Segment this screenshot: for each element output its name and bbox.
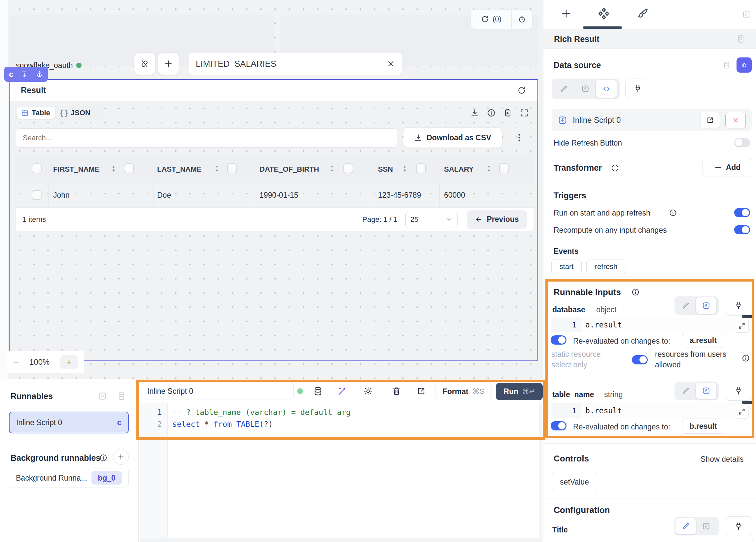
tab-table[interactable]: Table	[17, 107, 55, 119]
setvalue-control-pill[interactable]: setValue	[552, 473, 597, 491]
download-icon[interactable]	[470, 108, 479, 118]
fullscreen-icon[interactable]	[520, 108, 529, 118]
database-value-editor[interactable]: 1 a.result	[551, 318, 753, 332]
column-header[interactable]: DATE_OF_BIRTH	[259, 165, 319, 174]
format-button[interactable]: Format ⌘S	[435, 383, 492, 400]
title-input-partial[interactable]	[551, 539, 753, 542]
column-checkbox[interactable]	[499, 163, 509, 173]
move-down-icon[interactable]	[20, 70, 28, 78]
mini-scrollbar[interactable]	[742, 315, 753, 318]
column-header[interactable]: FIRST_NAME	[53, 165, 100, 174]
ai-wand-icon[interactable]	[337, 386, 347, 396]
unlink-button[interactable]	[134, 53, 155, 75]
sql-code-line[interactable]: select * from TABLE(?)	[172, 420, 273, 428]
runnable-item-selected[interactable]: Inline Script 0 c	[9, 412, 129, 433]
editor-name-input-wrap[interactable]	[142, 383, 293, 399]
collapse-panel-icon[interactable]	[742, 10, 751, 19]
fx-mode-button[interactable]	[696, 522, 716, 530]
select-all-checkbox[interactable]	[32, 163, 42, 173]
static-mode-button[interactable]	[675, 518, 696, 534]
column-checkbox[interactable]	[227, 163, 237, 173]
remove-script-button[interactable]	[725, 112, 746, 128]
download-csv-button[interactable]: Download as CSV	[403, 128, 502, 148]
previous-page-button[interactable]: Previous	[467, 210, 527, 229]
static-mode-button[interactable]	[675, 387, 696, 395]
info-icon[interactable]	[669, 209, 677, 217]
run-button[interactable]: Run ⌘↵	[496, 383, 543, 400]
hide-refresh-toggle[interactable]	[734, 138, 750, 147]
zoom-in-button[interactable]: +	[60, 355, 78, 369]
table-search[interactable]	[16, 128, 397, 148]
column-header[interactable]: LAST_NAME	[157, 165, 201, 174]
info-icon[interactable]	[611, 164, 619, 172]
tab-json[interactable]: { } JSON	[56, 107, 94, 119]
event-start-pill[interactable]: start	[551, 259, 582, 274]
delete-trash-icon[interactable]	[392, 386, 401, 396]
database-reeval-toggle[interactable]	[551, 335, 567, 345]
fx-mode-button[interactable]	[696, 383, 716, 399]
table-menu-kebab-icon[interactable]	[514, 133, 524, 143]
open-script-button[interactable]	[700, 112, 720, 128]
info-icon[interactable]	[631, 288, 640, 296]
sort-icon[interactable]	[401, 165, 409, 173]
resources-from-users-toggle[interactable]	[632, 355, 648, 364]
fx-mode-button[interactable]	[575, 85, 596, 93]
history-button[interactable]	[512, 15, 532, 23]
zoom-out-button[interactable]: −	[13, 356, 19, 368]
sort-icon[interactable]	[485, 165, 493, 173]
static-mode-button[interactable]	[553, 85, 575, 93]
info-icon[interactable]	[741, 354, 750, 362]
static-mode-button[interactable]	[675, 301, 696, 310]
sort-icon[interactable]	[110, 165, 118, 173]
sql-comment-line[interactable]: -- ? table_name (varchar) = default arg	[172, 408, 351, 417]
sort-icon[interactable]	[213, 165, 221, 173]
table-name-value-editor[interactable]: 1 b.result	[551, 403, 753, 418]
recompute-toggle[interactable]	[734, 225, 750, 234]
table-name-dep-pill[interactable]: b.result	[682, 419, 724, 434]
editor-hscrollbar[interactable]	[140, 538, 540, 542]
column-checkbox[interactable]	[416, 163, 426, 173]
column-header[interactable]: SALARY	[444, 165, 474, 174]
sort-icon[interactable]	[328, 165, 336, 173]
mini-scrollbar[interactable]	[742, 401, 753, 404]
docs-icon[interactable]	[722, 61, 731, 69]
search-input[interactable]	[16, 128, 397, 148]
fx-mode-button[interactable]	[696, 297, 716, 314]
clear-icon[interactable]	[387, 59, 395, 68]
title-connect-button[interactable]	[725, 516, 752, 536]
settings-gear-icon[interactable]	[363, 386, 373, 396]
components-tab-icon[interactable]	[597, 7, 611, 20]
row-checkbox[interactable]	[32, 190, 42, 200]
anchor-icon[interactable]	[36, 70, 43, 78]
styles-tab-brush-icon[interactable]	[636, 7, 649, 20]
run-on-start-toggle[interactable]	[734, 208, 750, 217]
info-icon[interactable]	[99, 454, 108, 462]
add-query-button[interactable]	[158, 53, 179, 75]
add-background-runnable-button[interactable]	[113, 449, 129, 465]
column-header[interactable]: SSN	[378, 165, 393, 174]
event-refresh-pill[interactable]: refresh	[586, 259, 626, 274]
database-connect-button[interactable]	[725, 296, 752, 316]
connect-source-button[interactable]	[625, 79, 650, 99]
page-size-select[interactable]: 25	[405, 211, 458, 228]
linked-script-row[interactable]: Inline Script 0	[552, 109, 752, 131]
docs-icon[interactable]	[736, 34, 745, 44]
refresh-count-button[interactable]: (0)	[471, 15, 511, 23]
insert-tab-plus-icon[interactable]	[561, 8, 572, 19]
info-icon[interactable]	[487, 108, 496, 118]
expand-code-button[interactable]	[735, 405, 749, 419]
list-view-icon[interactable]	[117, 391, 126, 401]
column-checkbox[interactable]	[124, 163, 134, 173]
copy-result-icon[interactable]	[503, 108, 512, 118]
expand-code-button[interactable]	[735, 319, 749, 333]
table-select[interactable]: LIMITED_SALARIES	[189, 52, 402, 75]
expand-editor-icon[interactable]	[417, 387, 426, 396]
column-checkbox[interactable]	[343, 163, 353, 173]
editor-vscrollbar[interactable]	[539, 403, 542, 542]
database-icon[interactable]	[313, 386, 323, 396]
result-refresh-icon[interactable]	[517, 86, 526, 95]
background-runnable-item[interactable]: Background Runna... bg_0	[9, 468, 129, 488]
show-details-link[interactable]: Show details	[701, 455, 743, 464]
collapse-all-icon[interactable]	[98, 391, 107, 401]
add-transformer-button[interactable]: Add	[703, 158, 752, 177]
